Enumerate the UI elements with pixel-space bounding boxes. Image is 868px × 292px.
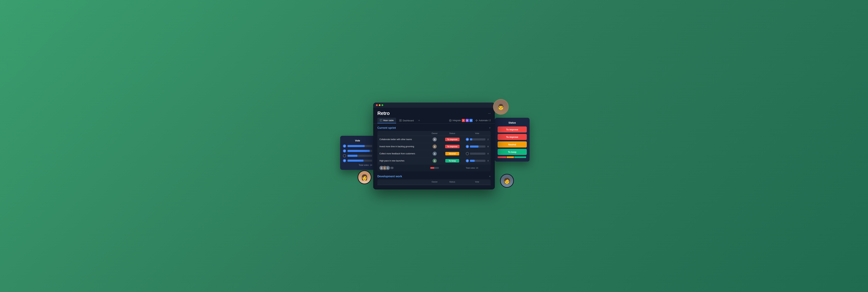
table-row: Collaborate better with other teams To i… [377,136,491,143]
status-cell: To keep [441,157,464,165]
table-row: Notification on user interviews to the f… [377,184,491,186]
svg-point-10 [434,153,435,154]
total-votes-cell: Total votes: 14 [464,165,491,172]
tab-add-button[interactable]: + [417,117,421,123]
automate-icon [475,119,478,122]
vote-number: 8 [487,145,489,148]
status-list-item-4: To keep [498,149,527,155]
section-add-button[interactable]: + [489,126,491,129]
status-list-item-3: Neutral [498,142,527,148]
svg-point-13 [384,167,385,168]
tab-dashboard-label: Dashboard [403,119,414,122]
status-list-item-2: To improve [498,134,527,140]
table-header-row: Owner Status Vote [377,179,491,184]
total-empty-1 [428,165,441,172]
panel-vote-total: Total votes: 14 [343,164,372,166]
vote-cell: 10 [464,184,491,186]
vote-number: 2 [487,138,489,141]
svg-point-7 [449,119,452,121]
total-votes-label: Total votes: 14 [466,167,478,169]
col-owner: Owner [428,131,441,136]
svg-rect-3 [399,119,400,120]
window-dot-green[interactable] [381,104,383,106]
col-owner: Owner [428,179,441,184]
col-status: Status [441,131,464,136]
vote-bar-container [347,155,372,157]
automate-label: Automate / 2 [479,119,491,122]
vote-check-icon[interactable] [466,145,469,148]
main-content: Current sprint + Owner Status Vote [373,124,495,185]
section-add-button[interactable]: + [489,175,491,178]
vote-bar-container [470,138,486,141]
vote-bar [470,138,472,141]
section-current-sprint: Current sprint + Owner Status Vote [377,126,491,171]
vote-item [343,159,372,162]
vote-bar-container [470,153,486,155]
owner-cell [428,136,441,143]
col-status: Status [441,179,464,184]
col-vote: Vote [464,179,491,184]
vote-check-icon[interactable] [466,159,469,162]
avatar-group: +2 [379,166,426,170]
vote-cell-content: 2 [466,138,489,141]
vote-check-icon[interactable] [466,138,469,141]
table-header-row: Owner Status Vote [377,131,491,136]
avatar-count: +2 [390,167,394,169]
status-progress-bar [498,156,527,158]
section-header: Current sprint + [377,126,491,129]
vote-bar-container [347,150,372,152]
vote-circle-icon[interactable] [466,152,469,155]
integrate-action[interactable]: Integrate Z M S [449,119,472,122]
col-vote: Vote [464,131,491,136]
total-row: +2 Total votes: 14 [377,165,491,172]
window-dot-yellow[interactable] [379,104,380,106]
vote-item [343,154,372,157]
panel-status-title: Status [498,121,527,124]
vote-cell: 0 [464,150,491,157]
progress-neutral [507,156,514,158]
owner-cell [428,143,441,150]
integrate-icon-3: S [469,119,472,122]
vote-number: 0 [487,153,489,155]
tab-dashboard[interactable]: Dashboard [397,118,416,123]
status-cell: To improve [441,143,464,150]
total-bar-container [430,167,439,169]
section-development-work: Development work + Owner Status Vote [377,175,491,185]
panel-vote-title: Vote [343,139,372,142]
table-header: Owner Status Vote [377,179,491,184]
development-work-table: Owner Status Vote Notification on user i… [377,179,491,185]
vote-bar-container [470,145,486,148]
automate-action[interactable]: Automate / 2 [475,119,491,122]
vote-bar-container [347,145,372,147]
col-item [377,131,428,136]
item-name: High pace in new launches [377,157,428,165]
svg-rect-0 [380,119,382,121]
tab-actions: Integrate Z M S Automate / 2 [449,119,491,122]
window-content: Retro ··· Main table [373,108,495,189]
status-cell: To improve [441,136,464,143]
vote-item [343,144,372,148]
vote-cell-content: 8 [466,145,489,148]
window-dot-red[interactable] [376,104,378,106]
panel-vote: Vote [340,136,375,170]
status-cell: Neutral [441,150,464,157]
avatar [433,144,437,149]
vote-bar-container [347,159,372,162]
table-icon [380,119,382,121]
vote-item [343,149,372,152]
tab-main-table[interactable]: Main table [377,118,396,123]
avatar [433,137,437,142]
status-badge: To keep [445,159,459,163]
svg-rect-4 [401,119,402,120]
header-menu-button[interactable]: ··· [488,112,491,115]
table-header: Owner Status Vote [377,131,491,136]
svg-point-14 [388,167,388,168]
item-name: Collect more feedback from customers [377,150,428,157]
window-titlebar [373,103,495,108]
table-body: Collaborate better with other teams To i… [377,136,491,172]
avatar [386,166,390,170]
main-window: Retro ··· Main table [373,103,495,189]
item-name: Collaborate better with other teams [377,136,428,143]
svg-rect-6 [401,121,402,121]
section-title-current-sprint: Current sprint [377,126,396,129]
